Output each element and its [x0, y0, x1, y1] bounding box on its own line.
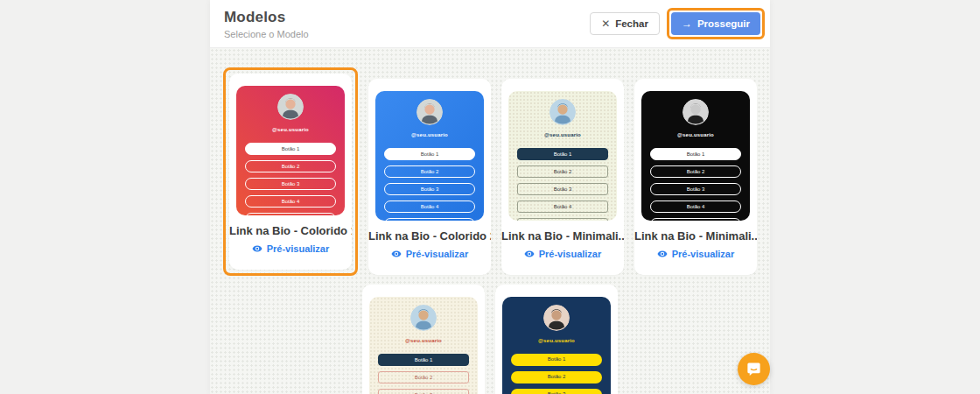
avatar: [277, 94, 304, 120]
template-name: Link na Bio - Colorido 1: [229, 224, 352, 238]
template-card-colorido-1[interactable]: @seu.usuario Botão 1 Botão 2 Botão 3 Bot…: [229, 74, 352, 270]
chat-launcher-button[interactable]: [738, 353, 770, 385]
template-card-minimalista-1[interactable]: @seu.usuario Botão 1 Botão 2 Botão 3 Bot…: [501, 79, 624, 275]
templates-modal: Modelos Selecione o Modelo ✕ Fechar → Pr…: [210, 0, 770, 394]
phone-button: Botão 2: [511, 371, 602, 383]
template-grid: @seu.usuario Botão 1 Botão 2 Botão 3 Bot…: [210, 48, 770, 394]
phone-button: Botão 3: [378, 389, 469, 394]
phone-button: Botão 4: [384, 201, 475, 213]
phone-username: @seu.usuario: [272, 127, 309, 132]
modal-header: Modelos Selecione o Modelo ✕ Fechar → Pr…: [210, 0, 770, 48]
page: Modelos Selecione o Modelo ✕ Fechar → Pr…: [0, 0, 980, 394]
close-button[interactable]: ✕ Fechar: [590, 12, 660, 35]
page-subtitle: Selecione o Modelo: [224, 29, 309, 39]
phone-button: Botão 3: [511, 389, 602, 394]
template-name: Link na Bio - Minimali...: [501, 229, 624, 243]
proceed-highlight-border: → Prosseguir: [667, 8, 765, 39]
phone-button: Botão 3: [384, 183, 475, 195]
phone-button: Botão 5: [384, 218, 475, 221]
page-title: Modelos: [224, 9, 309, 26]
eye-icon: [252, 243, 262, 254]
eye-icon: [524, 249, 535, 259]
eye-icon: [657, 249, 668, 259]
phone-button: Botão 1: [517, 148, 608, 160]
phone-username: @seu.usuario: [544, 132, 581, 137]
phone-button: Botão 2: [245, 160, 336, 172]
phone-button: Botão 1: [378, 354, 469, 366]
phone-button: Botão 3: [517, 183, 608, 195]
eye-icon: [391, 249, 402, 259]
arrow-right-icon: →: [682, 18, 692, 30]
preview-link[interactable]: Pré-visualizar: [391, 249, 469, 259]
phone-preview: @seu.usuario Botão 1 Botão 2 Botão 3 Bot…: [375, 91, 484, 221]
phone-button: Botão 3: [245, 178, 336, 190]
avatar: [682, 99, 709, 125]
phone-button: Botão 1: [511, 354, 602, 366]
phone-button: Botão 2: [517, 165, 608, 178]
template-card-colorido-2[interactable]: @seu.usuario Botão 1 Botão 2 Botão 3 Bot…: [368, 79, 491, 275]
phone-preview: @seu.usuario Botão 1 Botão 2 Botão 3 Bot…: [502, 297, 611, 394]
phone-preview: @seu.usuario Botão 1 Botão 2 Botão 3 Bot…: [641, 91, 750, 221]
modal-titles: Modelos Selecione o Modelo: [224, 9, 309, 39]
phone-button: Botão 5: [650, 218, 741, 221]
phone-button: Botão 2: [650, 165, 741, 178]
avatar: [543, 305, 570, 331]
proceed-button[interactable]: → Prosseguir: [671, 12, 760, 35]
preview-link[interactable]: Pré-visualizar: [252, 243, 330, 254]
phone-button: Botão 1: [650, 148, 741, 160]
close-icon: ✕: [601, 18, 610, 30]
template-card-row2-b[interactable]: @seu.usuario Botão 1 Botão 2 Botão 3 Bot…: [495, 285, 618, 394]
chat-bubble-icon: [746, 361, 762, 377]
avatar: [550, 99, 576, 125]
phone-preview: @seu.usuario Botão 1 Botão 2 Botão 3: [369, 297, 478, 394]
preview-link[interactable]: Pré-visualizar: [524, 249, 602, 259]
phone-preview: @seu.usuario Botão 1 Botão 2 Botão 3 Bot…: [508, 91, 617, 221]
phone-button: Botão 2: [384, 165, 475, 178]
avatar: [416, 99, 443, 125]
avatar: [410, 305, 437, 331]
template-name: Link na Bio - Colorido 2: [368, 229, 491, 243]
phone-button: Botão 5: [245, 213, 336, 215]
phone-preview: @seu.usuario Botão 1 Botão 2 Botão 3 Bot…: [236, 86, 345, 215]
phone-button: Botão 4: [245, 195, 336, 208]
phone-button: Botão 4: [650, 201, 741, 213]
phone-username: @seu.usuario: [405, 338, 442, 343]
phone-button: Botão 4: [517, 201, 608, 213]
phone-button: Botão 3: [650, 183, 741, 195]
phone-button: Botão 5: [517, 218, 608, 221]
template-card-row2-a[interactable]: @seu.usuario Botão 1 Botão 2 Botão 3: [362, 285, 485, 394]
phone-button: Botão 1: [245, 143, 336, 155]
template-name: Link na Bio - Minimali...: [634, 229, 757, 243]
phone-username: @seu.usuario: [677, 132, 714, 137]
template-card-minimalista-2[interactable]: @seu.usuario Botão 1 Botão 2 Botão 3 Bot…: [634, 79, 757, 275]
phone-button: Botão 2: [378, 371, 469, 383]
phone-username: @seu.usuario: [411, 132, 448, 137]
phone-username: @seu.usuario: [538, 338, 575, 343]
selection-highlight: @seu.usuario Botão 1 Botão 2 Botão 3 Bot…: [223, 67, 358, 276]
preview-link[interactable]: Pré-visualizar: [657, 249, 735, 259]
phone-button: Botão 1: [384, 148, 475, 160]
